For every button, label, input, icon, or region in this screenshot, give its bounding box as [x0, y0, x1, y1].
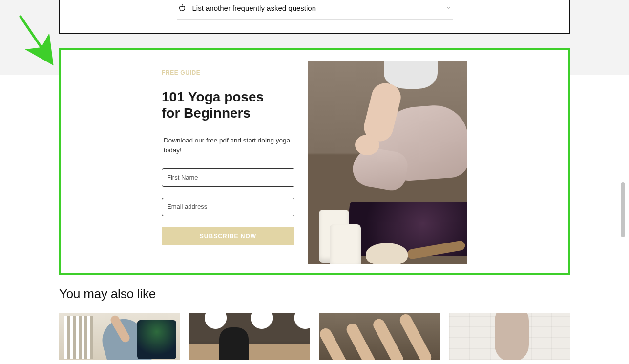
related-heading: You may also like	[59, 286, 570, 302]
first-name-input[interactable]	[162, 168, 294, 187]
optin-form-column: FREE GUIDE 101 Yoga poses for Beginners …	[162, 61, 294, 264]
optin-description: Download our free pdf and start doing yo…	[162, 136, 294, 156]
related-section: You may also like	[59, 286, 570, 360]
subscribe-button[interactable]: SUBSCRIBE NOW	[162, 227, 294, 245]
scrollbar-track[interactable]	[621, 0, 627, 364]
related-card[interactable]	[59, 313, 180, 360]
related-card[interactable]	[449, 313, 570, 360]
optin-title-line2: for Beginners	[162, 105, 251, 121]
faq-item[interactable]: List another frequently asked question	[177, 0, 453, 20]
faq-item-label: List another frequently asked question	[192, 4, 439, 12]
optin-eyebrow: FREE GUIDE	[162, 69, 294, 76]
faq-card: List another frequently asked question	[59, 0, 570, 34]
email-input[interactable]	[162, 198, 294, 216]
related-grid	[59, 313, 570, 360]
optin-title-line1: 101 Yoga poses	[162, 89, 264, 104]
optin-title: 101 Yoga poses for Beginners	[162, 89, 294, 121]
optin-image	[308, 61, 467, 264]
scrollbar-thumb[interactable]	[621, 182, 625, 237]
optin-section: FREE GUIDE 101 Yoga poses for Beginners …	[59, 48, 570, 275]
related-card[interactable]	[189, 313, 310, 360]
yoga-scene-illustration	[308, 61, 467, 264]
chevron-down-icon	[445, 4, 452, 11]
apple-icon	[178, 3, 187, 12]
faq-list: List another frequently asked question	[177, 0, 453, 20]
related-card[interactable]	[319, 313, 440, 360]
